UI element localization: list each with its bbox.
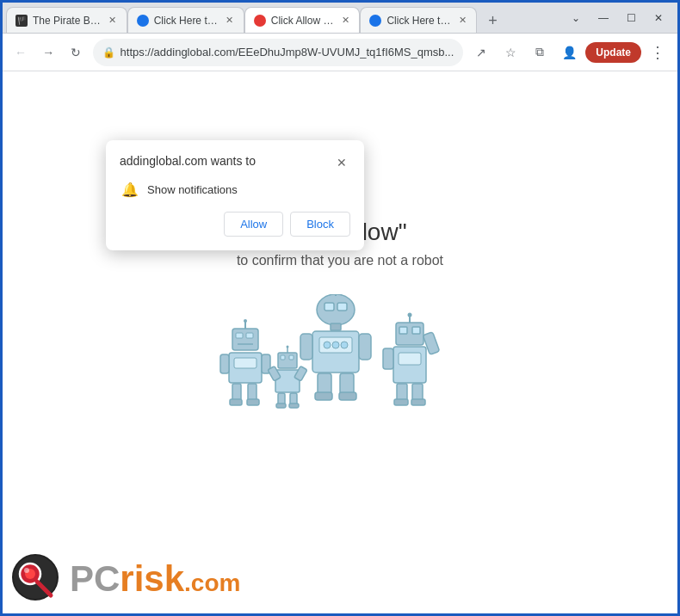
svg-rect-51 xyxy=(412,384,423,401)
svg-rect-10 xyxy=(220,354,229,373)
tab-1-favicon: 🏴 xyxy=(15,15,28,27)
tab-2-favicon xyxy=(137,15,149,27)
tab-3-close[interactable]: ✕ xyxy=(338,14,352,28)
popup-title: addinglobal.com wants to xyxy=(120,154,256,168)
forward-button[interactable]: → xyxy=(37,40,59,65)
svg-point-45 xyxy=(408,313,412,317)
svg-rect-49 xyxy=(399,353,421,365)
update-button[interactable]: Update xyxy=(585,42,641,63)
svg-rect-17 xyxy=(281,355,285,360)
tab-1[interactable]: 🏴 The Pirate B… ✕ xyxy=(6,7,127,33)
block-button[interactable]: Block xyxy=(290,212,350,237)
extension-icon[interactable]: ⧉ xyxy=(527,40,553,65)
svg-rect-38 xyxy=(340,373,354,394)
popup-buttons: Allow Block xyxy=(120,212,350,237)
svg-rect-9 xyxy=(248,384,257,401)
reload-button[interactable]: ↻ xyxy=(65,40,87,65)
browser-window: 🏴 The Pirate B… ✕ Click Here t… ✕ Click … xyxy=(3,3,677,613)
share-icon[interactable]: ↗ xyxy=(468,40,494,65)
svg-rect-39 xyxy=(300,334,312,360)
svg-rect-13 xyxy=(247,399,259,405)
brand-name: PCrisk.com xyxy=(70,561,240,597)
tab-1-close[interactable]: ✕ xyxy=(106,14,120,28)
svg-rect-55 xyxy=(411,399,425,405)
svg-rect-18 xyxy=(289,355,294,360)
new-tab-button[interactable]: + xyxy=(480,9,504,33)
tab-3[interactable]: Click Allow … ✕ xyxy=(244,7,361,33)
tab-3-favicon xyxy=(254,15,266,27)
permission-text: Show notifications xyxy=(147,183,238,196)
main-subheading: to confirm that you are not a robot xyxy=(237,253,443,268)
svg-rect-54 xyxy=(394,399,408,405)
nav-actions: ↗ ☆ ⧉ 👤 Update ⋮ xyxy=(468,40,671,65)
tab-2-title: Click Here t… xyxy=(154,15,218,27)
brand-pc-text: PC xyxy=(70,558,120,599)
robots-illustration xyxy=(219,294,461,432)
tab-3-title: Click Allow … xyxy=(271,15,334,27)
brand-risk-text: risk xyxy=(120,558,184,599)
window-controls: ⌄ — ☐ ✕ xyxy=(564,6,674,30)
page-content: addinglobal.com wants to ✕ 🔔 Show notifi… xyxy=(3,71,677,613)
svg-rect-29 xyxy=(325,303,334,311)
svg-rect-46 xyxy=(399,327,407,334)
notification-popup: addinglobal.com wants to ✕ 🔔 Show notifi… xyxy=(106,140,364,250)
footer-brand: PCrisk.com xyxy=(11,553,240,605)
maximize-button[interactable]: ☐ xyxy=(619,6,643,30)
svg-rect-50 xyxy=(397,384,407,401)
svg-rect-30 xyxy=(337,303,347,311)
robots-svg xyxy=(219,294,461,432)
svg-point-16 xyxy=(287,346,289,348)
svg-point-2 xyxy=(244,319,247,323)
svg-rect-3 xyxy=(236,333,243,338)
lock-icon: 🔒 xyxy=(102,46,115,59)
svg-point-36 xyxy=(341,342,348,348)
address-text: https://addinglobal.com/EEeDhuJmp8W-UVUM… xyxy=(121,46,454,59)
svg-rect-47 xyxy=(412,327,420,334)
svg-rect-25 xyxy=(289,403,299,408)
tab-2-close[interactable]: ✕ xyxy=(223,14,237,28)
chevron-down-icon[interactable]: ⌄ xyxy=(564,6,588,30)
tab-2[interactable]: Click Here t… ✕ xyxy=(127,7,244,33)
svg-rect-7 xyxy=(234,358,257,368)
svg-rect-8 xyxy=(232,384,241,401)
svg-rect-31 xyxy=(331,323,341,330)
back-button[interactable]: ← xyxy=(9,40,32,65)
tabs-container: 🏴 The Pirate B… ✕ Click Here t… ✕ Click … xyxy=(6,3,564,33)
tab-4-title: Click Here t… xyxy=(386,15,450,27)
svg-point-60 xyxy=(24,568,29,573)
close-button[interactable]: ✕ xyxy=(646,6,671,30)
svg-rect-42 xyxy=(339,392,356,400)
svg-rect-0 xyxy=(232,329,258,350)
bookmark-icon[interactable]: ☆ xyxy=(498,40,523,65)
allow-button[interactable]: Allow xyxy=(224,212,283,237)
minimize-button[interactable]: — xyxy=(591,6,615,30)
popup-permission: 🔔 Show notifications xyxy=(120,182,350,198)
tab-4[interactable]: Click Here t… ✕ xyxy=(360,7,477,33)
nav-bar: ← → ↻ 🔒 https://addinglobal.com/EEeDhuJm… xyxy=(3,34,677,71)
pcrisk-logo-icon xyxy=(11,553,63,605)
brand-dotcom-text: .com xyxy=(184,570,240,596)
svg-rect-4 xyxy=(246,333,253,338)
title-bar: 🏴 The Pirate B… ✕ Click Here t… ✕ Click … xyxy=(3,3,677,34)
popup-close-button[interactable]: ✕ xyxy=(333,154,350,171)
svg-point-35 xyxy=(332,342,339,348)
bell-icon: 🔔 xyxy=(121,182,139,198)
svg-point-34 xyxy=(324,342,331,348)
popup-header: addinglobal.com wants to ✕ xyxy=(120,154,350,171)
svg-rect-37 xyxy=(318,373,331,394)
svg-rect-12 xyxy=(230,399,242,405)
menu-icon[interactable]: ⋮ xyxy=(645,40,671,65)
tab-4-close[interactable]: ✕ xyxy=(455,14,469,28)
address-bar[interactable]: 🔒 https://addinglobal.com/EEeDhuJmp8W-UV… xyxy=(93,39,464,66)
profile-icon[interactable]: 👤 xyxy=(556,40,582,65)
svg-rect-40 xyxy=(359,334,371,360)
svg-rect-24 xyxy=(276,403,286,408)
svg-rect-52 xyxy=(383,348,393,369)
svg-point-26 xyxy=(317,294,355,325)
svg-rect-41 xyxy=(315,392,332,400)
tab-1-title: The Pirate B… xyxy=(33,15,101,27)
tab-4-favicon xyxy=(369,15,381,27)
